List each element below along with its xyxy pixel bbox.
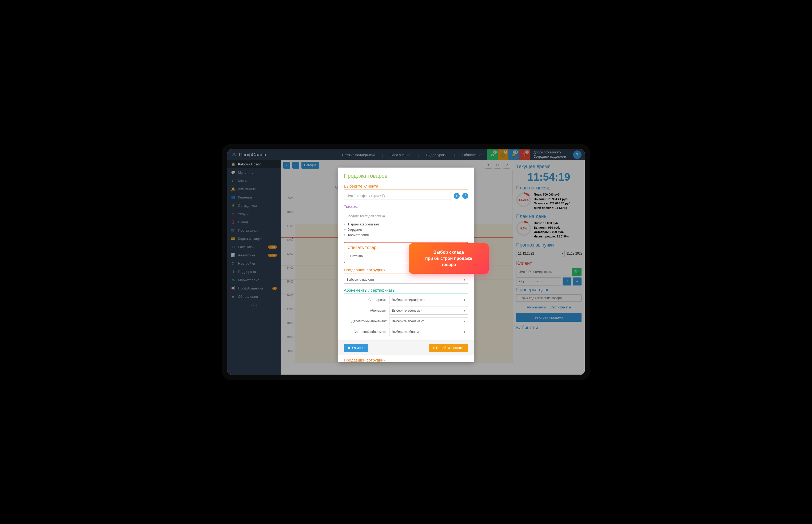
brand-name: ПрофСалон — [239, 152, 266, 158]
sidebar-icon: 📊 — [231, 253, 235, 257]
sidebar-item-16[interactable]: ★Обновления — [227, 292, 281, 301]
cert-select[interactable]: Выберите сертификат — [389, 296, 468, 304]
right-panel: Текущее время 11:54:19 План на месяц 14.… — [513, 160, 585, 375]
sidebar-item-2[interactable]: $Касса — [227, 177, 281, 185]
cancel-button[interactable]: ✖Отмена — [344, 344, 368, 352]
hour-label: 18:00 — [281, 321, 295, 335]
sidebar-item-4[interactable]: 👥Клиенты — [227, 193, 281, 201]
toplink-updates[interactable]: Обновления — [462, 150, 482, 160]
sidebar-icon: $ — [231, 179, 235, 183]
link-abonements[interactable]: Абонементы — [527, 306, 546, 309]
hour-label: 09:00 — [281, 196, 295, 210]
goods-search-input[interactable] — [344, 212, 468, 220]
toplink-support[interactable]: Связь с поддержкой — [342, 150, 375, 160]
sidebar-icon: 🛍 — [231, 278, 235, 282]
modal-client-input[interactable] — [344, 192, 451, 200]
hour-label: 16:00 — [281, 294, 295, 307]
close-icon: ✖ — [348, 346, 350, 350]
date-to-input[interactable] — [564, 250, 585, 257]
globe-icon[interactable]: 🌐0 — [498, 149, 509, 160]
price-check-input[interactable] — [516, 294, 581, 302]
quick-sale-button[interactable]: Быстрая продажа — [516, 313, 581, 322]
current-time: 11:54:19 — [516, 171, 581, 183]
today-button[interactable]: Сегодня — [301, 162, 319, 169]
sidebar-icon: ★ — [231, 295, 235, 298]
sidebar-item-label: Мультичат — [238, 170, 255, 175]
toolbar-expand-icon[interactable]: ⤢ — [503, 162, 510, 169]
client-add-button[interactable]: + — [573, 277, 582, 285]
link-certificates[interactable]: Сертификаты — [550, 306, 571, 309]
client-help-button[interactable]: ? — [563, 277, 571, 285]
goods-tree-item[interactable]: Косметология — [344, 232, 468, 238]
sidebar-item-label: Обновления — [238, 295, 258, 298]
sidebar-item-13[interactable]: ℹПоддержка — [227, 267, 281, 276]
date-from-input[interactable] — [516, 250, 560, 257]
comp-select[interactable]: Выберите абонемент — [389, 328, 468, 336]
client-help-icon[interactable]: ? — [462, 193, 468, 199]
gift-badge: 1 — [525, 150, 529, 154]
client-phone-input[interactable] — [516, 277, 561, 285]
hour-label: 11:00 — [281, 224, 295, 238]
callout-line1: Выбор склада — [416, 249, 482, 255]
cert-label: Сертификат — [344, 298, 386, 302]
bell-icon[interactable]: 🔔13 — [509, 149, 519, 160]
sidebar-item-label: Маркетплейс — [238, 278, 259, 282]
sidebar-icon: ✂ — [231, 212, 235, 216]
abon-select[interactable]: Выберите абонемент — [389, 307, 468, 314]
sidebar-icon: 👥 — [231, 195, 235, 199]
top-navbar: ПрофСалон Связь с поддержкой| База знани… — [227, 149, 585, 160]
hour-label: 12:00 — [281, 238, 295, 251]
sidebar-item-11[interactable]: 📊АналитикаNEW — [227, 251, 281, 259]
goods-tree-item[interactable]: Хирургия — [344, 227, 468, 232]
sidebar-item-label: ПрофАкадемия — [238, 286, 263, 290]
globe-badge: 0 — [504, 150, 507, 154]
callout-line2: при быстрой продаже — [416, 255, 482, 261]
sidebar-item-9[interactable]: 💳Карты и скидки — [227, 234, 281, 243]
time-heading: Текущее время — [516, 164, 581, 169]
toplink-kb[interactable]: База знаний — [391, 150, 411, 160]
sidebar-item-label: Касса — [238, 179, 247, 183]
sidebar-pill: NEW — [268, 245, 277, 249]
sidebar-item-0[interactable]: 🏠Рабочий стол — [227, 160, 281, 168]
plan-month-heading: План на месяц — [516, 185, 581, 191]
mail-icon[interactable]: ✉2 — [487, 149, 498, 160]
sidebar-icon: 📢 — [231, 286, 235, 290]
sidebar-item-label: Сотрудники — [238, 203, 256, 208]
goods-tree: Парикмахерский зал Хирургия Косметология — [344, 222, 468, 238]
sidebar-item-1[interactable]: 💬Мультичат — [227, 168, 281, 177]
brand: ПрофСалон — [227, 152, 270, 158]
sidebar-item-14[interactable]: 🛍Маркетплейс — [227, 276, 281, 284]
prev-button[interactable]: ‹ — [283, 162, 290, 169]
help-icon[interactable]: ? — [573, 150, 581, 159]
sidebar-collapse[interactable]: « — [227, 301, 281, 310]
sidebar-item-3[interactable]: 🔔Активности — [227, 185, 281, 193]
sidebar-icon: ℹ — [231, 270, 235, 274]
seller-select[interactable]: Выберите вариант — [344, 276, 468, 284]
hour-label: 14:00 — [281, 266, 295, 279]
comp-label: Составной абонемент — [344, 330, 386, 334]
hour-label: 15:00 — [281, 280, 295, 293]
toolbar-menu-icon[interactable]: ≡ — [485, 162, 492, 169]
sidebar-item-label: Аналитика — [238, 253, 255, 257]
sidebar-item-6[interactable]: ✂Услуги — [227, 210, 281, 218]
client-search-input[interactable] — [516, 268, 570, 276]
next-button[interactable]: › — [292, 162, 299, 169]
sidebar-item-15[interactable]: 📢ПрофАкадемия1 — [227, 284, 281, 292]
sidebar-item-5[interactable]: 🧍Сотрудники — [227, 201, 281, 210]
hour-label: 19:00 — [281, 335, 295, 349]
goods-tree-item[interactable]: Парикмахерский зал — [344, 222, 468, 227]
sidebar-item-10[interactable]: ✉РассылкиNEW — [227, 243, 281, 251]
sidebar-item-7[interactable]: 🗄Склад — [227, 218, 281, 226]
toplink-video[interactable]: Видео-уроки — [426, 150, 447, 160]
client-heading: Клиент — [516, 261, 581, 266]
sidebar-item-12[interactable]: ⚙Настройки — [227, 259, 281, 267]
goto-payment-button[interactable]: $Перейти к оплате — [429, 344, 468, 352]
sidebar-item-8[interactable]: 🛒Поставщики — [227, 226, 281, 234]
add-client-icon[interactable]: + — [454, 193, 460, 199]
gift-icon[interactable]: 🎁1 — [519, 149, 530, 160]
sidebar-item-label: Поддержка — [238, 270, 256, 274]
toolbar-gear-icon[interactable]: ⚙ — [494, 162, 501, 169]
client-search-button[interactable]: 🔍 — [572, 268, 581, 276]
dep-select[interactable]: Выберите абонемент — [389, 317, 468, 325]
plan-day-text: План: 10 000 руб. Выполн.: 950 руб. Оста… — [534, 221, 569, 239]
